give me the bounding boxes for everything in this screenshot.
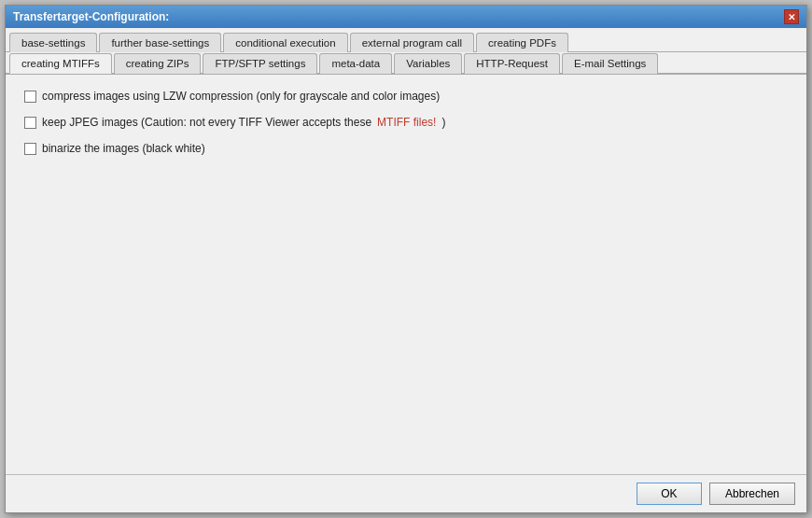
content-area: compress images using LZW compression (o… xyxy=(6,75,806,474)
checkbox-row-binarize: binarize the images (black white) xyxy=(24,142,788,155)
title-bar: Transfertarget-Configuration: ✕ xyxy=(6,6,806,28)
tab-http-request[interactable]: HTTP-Request xyxy=(464,53,560,74)
checkbox-compress-lzw[interactable] xyxy=(24,91,36,103)
close-button[interactable]: ✕ xyxy=(784,9,799,24)
dialog-window: Transfertarget-Configuration: ✕ base-set… xyxy=(5,5,807,513)
tab-meta-data[interactable]: meta-data xyxy=(319,53,392,74)
tab-email-settings[interactable]: E-mail Settings xyxy=(562,53,658,74)
footer: OK Abbrechen xyxy=(6,474,806,512)
label-binarize: binarize the images (black white) xyxy=(42,142,205,155)
dialog-title: Transfertarget-Configuration: xyxy=(13,10,169,23)
tab-variables[interactable]: Variables xyxy=(394,53,462,74)
checkbox-row-keep-jpeg: keep JPEG images (Caution: not every TIF… xyxy=(24,116,788,129)
tab-creating-zips[interactable]: creating ZIPs xyxy=(114,53,202,74)
cancel-button[interactable]: Abbrechen xyxy=(709,483,795,505)
tab-creating-mtiffs[interactable]: creating MTIFFs xyxy=(9,53,112,74)
ok-button[interactable]: OK xyxy=(637,483,702,505)
checkbox-binarize[interactable] xyxy=(24,143,36,155)
tab-base-settings[interactable]: base-settings xyxy=(9,33,97,52)
tab-conditional-execution[interactable]: conditional execution xyxy=(223,33,347,52)
checkbox-row-compress: compress images using LZW compression (o… xyxy=(24,90,788,103)
tab-creating-pdfs[interactable]: creating PDFs xyxy=(476,33,568,52)
tab-external-program-call[interactable]: external program call xyxy=(350,33,474,52)
tab-row-bottom: creating MTIFFs creating ZIPs FTP/SFTP s… xyxy=(6,52,806,75)
tab-row-top: base-settings further base-settings cond… xyxy=(6,28,806,52)
label-keep-jpeg-suffix: ) xyxy=(441,116,445,129)
label-keep-jpeg-prefix: keep JPEG images (Caution: not every TIF… xyxy=(42,116,371,129)
checkbox-keep-jpeg[interactable] xyxy=(24,117,36,129)
label-keep-jpeg-red: MTIFF files! xyxy=(377,116,436,129)
tab-ftp-sftp-settings[interactable]: FTP/SFTP settings xyxy=(203,53,317,74)
tab-further-base-settings[interactable]: further base-settings xyxy=(99,33,221,52)
label-compress-lzw: compress images using LZW compression (o… xyxy=(42,90,440,103)
